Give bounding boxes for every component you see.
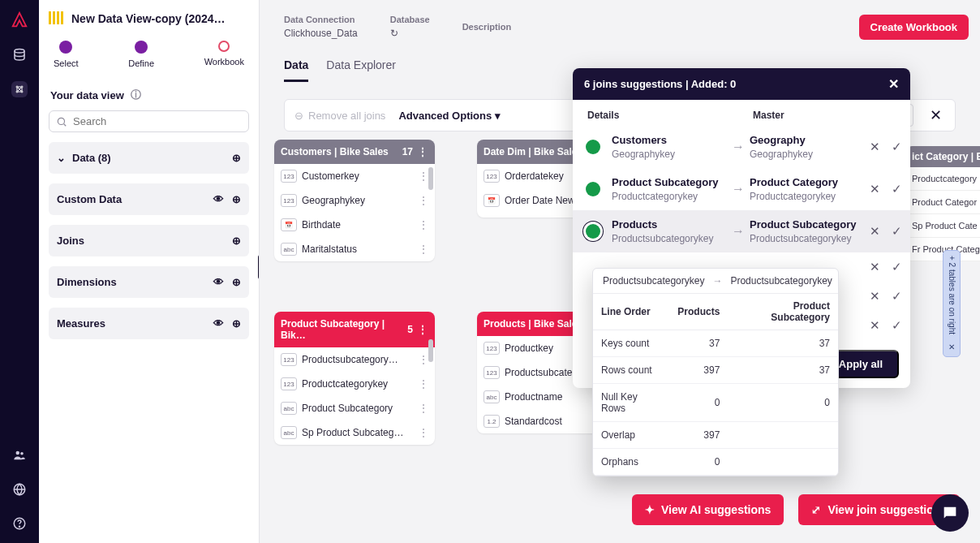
status-dot (586, 140, 600, 154)
view-ai-suggestions-button[interactable]: ✦View AI suggestions (632, 494, 784, 525)
close-icon[interactable]: ✕ (926, 106, 945, 124)
more-icon[interactable]: ⋮ (419, 378, 428, 390)
step-select-dot[interactable] (59, 41, 72, 54)
step-define-label: Define (128, 58, 154, 68)
panel-resize-handle[interactable] (258, 255, 260, 279)
panel-measures[interactable]: Measures 👁⊕ (49, 308, 249, 339)
tip-key-b: Productsubcategorykey (730, 275, 832, 287)
card-title: Products | Bike Sale… (484, 318, 587, 330)
eye-icon[interactable]: 👁 (213, 193, 224, 205)
sparkle-icon: ✦ (645, 503, 655, 516)
reject-icon[interactable]: ✕ (870, 260, 880, 274)
reject-icon[interactable]: ✕ (870, 182, 880, 196)
model-icon[interactable] (11, 81, 28, 97)
more-icon[interactable]: ⋮ (419, 243, 428, 255)
add-icon[interactable]: ⊕ (232, 235, 241, 247)
close-icon[interactable]: ✕ (948, 343, 955, 351)
close-icon[interactable]: ✕ (888, 76, 899, 92)
advanced-options-menu[interactable]: Advanced Options▾ (398, 110, 501, 122)
eye-icon[interactable]: 👁 (213, 317, 224, 330)
card-customers[interactable]: Customers | Bike Sales17⋮ 123Customerkey… (274, 140, 435, 261)
tab-data-explorer[interactable]: Data Explorer (326, 50, 396, 82)
accept-icon[interactable]: ✓ (892, 318, 902, 333)
panel-custom[interactable]: Custom Data 👁⊕ (49, 183, 249, 215)
offscreen-tables-chip[interactable]: + 2 tables are on right ✕ (943, 250, 961, 357)
search-input-wrap[interactable] (49, 110, 249, 132)
chevron-down-icon: ⌄ (57, 152, 66, 164)
arrow-right-icon: → (712, 275, 722, 287)
more-icon[interactable]: ⋮ (419, 427, 428, 438)
field-name: Product Subcategory (302, 403, 414, 414)
info-icon[interactable]: ⓘ (131, 88, 141, 102)
sugg-master-key: Productcategorykey (750, 191, 865, 202)
hdr-db-refresh[interactable]: ↻ (390, 28, 430, 39)
field-name: Productsubcategory… (302, 354, 414, 365)
sugg-row-active[interactable]: ProductsProductsubcategorykey → Product … (573, 210, 910, 252)
users-icon[interactable] (11, 447, 28, 463)
accept-icon[interactable]: ✓ (892, 140, 902, 154)
more-icon[interactable]: ⋮ (419, 354, 428, 365)
table-header: Product Subcategory (728, 294, 838, 330)
status-dot (586, 182, 600, 196)
more-icon[interactable]: ⋮ (419, 403, 428, 414)
reject-icon[interactable]: ✕ (870, 289, 880, 304)
more-icon[interactable]: ⋮ (419, 195, 428, 206)
sugg-row[interactable]: CustomersGeographykey → GeographyGeograp… (573, 126, 910, 168)
add-icon[interactable]: ⊕ (232, 193, 241, 205)
step-define-dot[interactable] (135, 41, 148, 54)
sugg-row[interactable]: Product SubcategoryProductcategorykey → … (573, 168, 910, 210)
table-row: Rows count39737 (593, 357, 838, 384)
panel-data[interactable]: ⌄Data (8) ⊕ (49, 142, 249, 174)
table-row: Null Key Rows00 (593, 384, 838, 422)
more-icon[interactable]: ⋮ (418, 324, 428, 335)
database-icon[interactable] (11, 47, 28, 63)
sugg-detail-key: Productsubcategorykey (612, 233, 727, 244)
tab-data[interactable]: Data (284, 50, 308, 82)
add-icon[interactable]: ⊕ (232, 152, 241, 164)
arrow-right-icon: → (732, 182, 745, 196)
more-icon[interactable]: ⋮ (418, 146, 428, 157)
panel-data-label: Data (8) (72, 152, 111, 164)
reject-icon[interactable]: ✕ (870, 318, 880, 333)
sugg-title: 6 joins suggestions | Added: 0 (584, 78, 736, 90)
accept-icon[interactable]: ✓ (892, 260, 902, 274)
arrow-right-icon: → (732, 140, 745, 154)
help-icon[interactable] (11, 515, 28, 532)
more-icon[interactable]: ⋮ (419, 219, 428, 231)
field-name: Sp Product Cate (907, 214, 980, 238)
globe-icon[interactable] (11, 481, 28, 498)
sugg-master-key: Productsubcategorykey (750, 233, 865, 244)
panel-measures-label: Measures (57, 317, 105, 330)
panel-dimensions[interactable]: Dimensions 👁⊕ (49, 266, 249, 298)
eye-icon[interactable]: 👁 (213, 276, 224, 288)
sugg-master: Product Subcategory (750, 218, 865, 231)
table-row: Overlap397 (593, 422, 838, 449)
scrollbar[interactable] (428, 167, 433, 190)
add-icon[interactable]: ⊕ (232, 317, 241, 330)
create-workbook-button[interactable]: Create Workbook (859, 15, 969, 40)
status-dot (586, 224, 600, 239)
svg-point-9 (19, 526, 19, 527)
chat-bubble-button[interactable] (931, 494, 969, 532)
view-glyph-icon (49, 11, 63, 26)
card-count: 5 (407, 324, 413, 335)
scrollbar[interactable] (428, 339, 433, 362)
sugg-master: Geography (750, 134, 865, 146)
card-productsubcategory[interactable]: Product Subcategory | Bik…5⋮ 123Products… (274, 312, 435, 445)
panel-joins[interactable]: Joins ⊕ (49, 225, 249, 256)
more-icon[interactable]: ⋮ (419, 170, 428, 182)
accept-icon[interactable]: ✓ (892, 182, 902, 196)
search-input[interactable] (73, 115, 242, 127)
add-icon[interactable]: ⊕ (232, 276, 241, 288)
card-productcategory-peek: ict Category | B… Productcategory Produc… (907, 146, 980, 261)
field-name: Customerkey (302, 170, 414, 182)
accept-icon[interactable]: ✓ (892, 289, 902, 304)
reject-icon[interactable]: ✕ (870, 224, 880, 239)
svg-point-1 (16, 86, 18, 88)
reject-icon[interactable]: ✕ (870, 140, 880, 154)
card-title: ict Category | B… (907, 146, 980, 167)
step-workbook-dot[interactable] (218, 41, 230, 52)
accept-icon[interactable]: ✓ (892, 224, 902, 239)
sugg-master: Product Category (750, 176, 865, 188)
search-icon (56, 116, 67, 127)
